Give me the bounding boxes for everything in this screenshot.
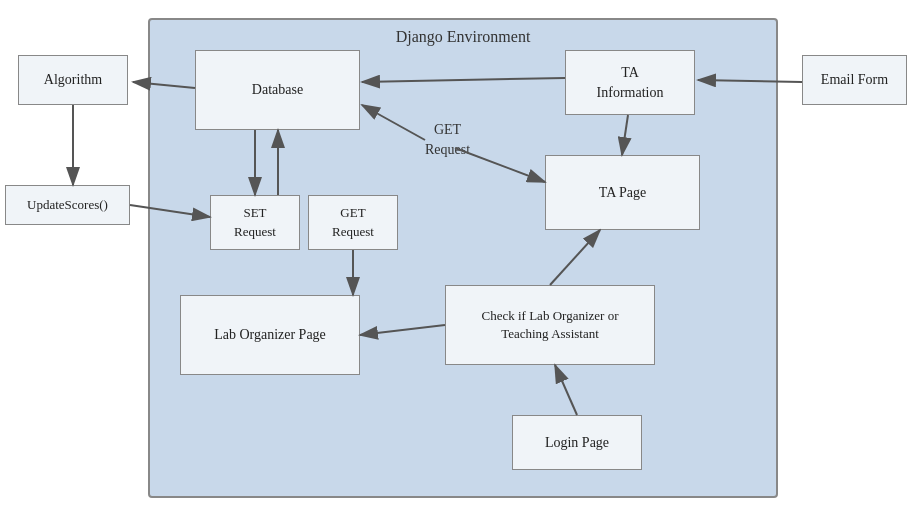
laborganizer-box: Lab Organizer Page [180,295,360,375]
django-env-label: Django Environment [396,28,531,46]
tainfo-box: TAInformation [565,50,695,115]
loginpage-box: Login Page [512,415,642,470]
emailform-box: Email Form [802,55,907,105]
setrequest-box: SETRequest [210,195,300,250]
updatescores-box: UpdateScores() [5,185,130,225]
getrequest-mid-box: GETRequest [308,195,398,250]
diagram-container: Django Environment Algorithm UpdateScore… [0,0,924,521]
getrequest-top-label: GETRequest [425,120,470,159]
database-box: Database [195,50,360,130]
tapage-box: TA Page [545,155,700,230]
algorithm-box: Algorithm [18,55,128,105]
checkif-box: Check if Lab Organizer orTeaching Assist… [445,285,655,365]
